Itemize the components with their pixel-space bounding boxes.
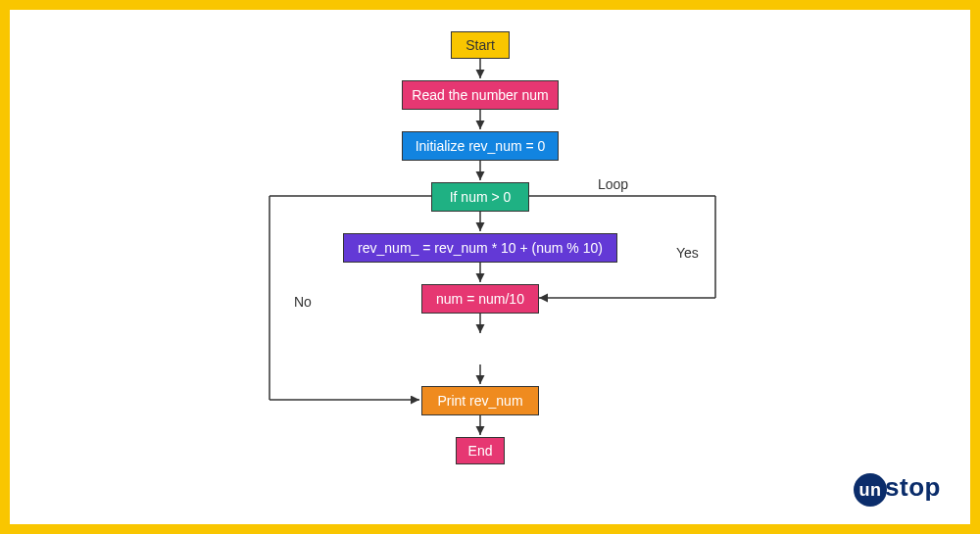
node-read-label: Read the number num [412, 87, 548, 103]
brand-logo: unstop [854, 472, 941, 508]
node-end: End [456, 437, 505, 464]
label-loop: Loop [598, 176, 628, 192]
node-init-label: Initialize rev_num = 0 [416, 138, 546, 154]
brand-suffix: stop [885, 472, 941, 502]
node-print-label: Print rev_num [437, 393, 522, 409]
node-start: Start [451, 31, 510, 59]
node-end-label: End [468, 443, 493, 459]
node-cond: If num > 0 [431, 182, 529, 212]
diagram-frame: Start Read the number num Initialize rev… [0, 0, 980, 534]
diagram-canvas: Start Read the number num Initialize rev… [10, 10, 970, 524]
label-no: No [294, 294, 312, 310]
node-print: Print rev_num [421, 386, 539, 415]
label-yes: Yes [676, 245, 699, 261]
node-divide: num = num/10 [421, 284, 539, 314]
node-compute-label: rev_num_ = rev_num * 10 + (num % 10) [358, 240, 603, 256]
brand-prefix: un [854, 473, 887, 507]
node-init: Initialize rev_num = 0 [402, 131, 559, 161]
node-divide-label: num = num/10 [436, 291, 524, 307]
node-cond-label: If num > 0 [450, 189, 512, 205]
node-compute: rev_num_ = rev_num * 10 + (num % 10) [343, 233, 617, 263]
node-read: Read the number num [402, 80, 559, 110]
node-start-label: Start [466, 37, 495, 53]
